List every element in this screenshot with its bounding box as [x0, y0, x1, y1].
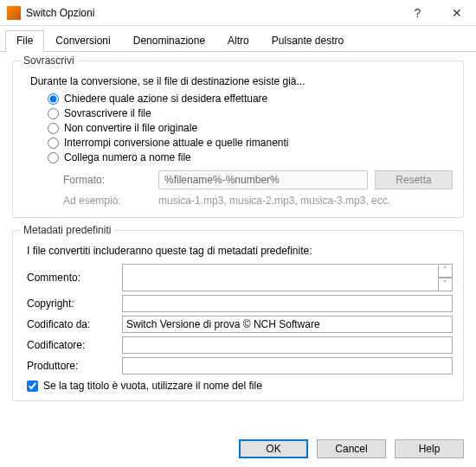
radio-ask[interactable]: Chiedere quale azione si desidera effett…: [48, 93, 453, 105]
radio-ask-label: Chiedere quale azione si desidera effett…: [64, 93, 267, 105]
cancel-button[interactable]: Cancel: [317, 439, 386, 458]
radio-stop[interactable]: Interrompi conversione attuale e quelle …: [48, 137, 453, 149]
radio-skip[interactable]: Non convertire il file originale: [48, 122, 453, 134]
titlebar: Switch Opzioni ? ✕: [0, 0, 476, 26]
radio-overwrite[interactable]: Sovrascrivere il file: [48, 107, 453, 119]
metadata-legend: Metadati predefiniti: [20, 224, 114, 236]
comment-row: Commento: ˄˅: [23, 264, 453, 291]
tab-denominazione[interactable]: Denominazione: [122, 30, 216, 52]
help-button[interactable]: ?: [398, 0, 437, 26]
encoded-by-row: Codificato da:: [23, 316, 453, 333]
metadata-intro: I file convertiti includeranno queste ta…: [27, 245, 453, 257]
scroll-up-icon[interactable]: ˄: [439, 264, 453, 278]
ok-button[interactable]: OK: [239, 439, 308, 458]
overwrite-legend: Sovrascrivi: [20, 54, 78, 67]
tab-altro[interactable]: Altro: [216, 30, 261, 52]
copyright-input[interactable]: [122, 295, 453, 312]
tab-content: Sovrascrivi Durante la conversione, se i…: [0, 52, 476, 422]
title-checkbox-row[interactable]: Se la tag titolo è vuota, utilizzare il …: [27, 380, 453, 392]
copyright-row: Copyright:: [23, 295, 453, 312]
window-title: Switch Opzioni: [26, 7, 398, 19]
encoder-label: Codificatore:: [27, 339, 122, 351]
encoded-by-input[interactable]: [122, 316, 453, 333]
tab-pulsante-destro[interactable]: Pulsante destro: [261, 30, 355, 52]
format-row: Formato: Resetta: [63, 170, 453, 189]
encoded-by-label: Codificato da:: [27, 318, 122, 330]
producer-input[interactable]: [122, 357, 453, 374]
metadata-group: Metadati predefiniti I file convertiti i…: [12, 230, 464, 401]
title-checkbox[interactable]: [27, 381, 38, 392]
comment-label: Commento:: [27, 272, 122, 284]
tab-bar: File Conversioni Denominazione Altro Pul…: [0, 29, 476, 52]
encoder-input[interactable]: [122, 336, 453, 354]
encoder-row: Codificatore:: [23, 336, 453, 354]
copyright-label: Copyright:: [27, 297, 122, 310]
radio-stop-label: Interrompi conversione attuale e quelle …: [64, 137, 288, 149]
radio-append-number[interactable]: Collega numero a nome file: [48, 151, 453, 163]
title-checkbox-label: Se la tag titolo è vuota, utilizzare il …: [43, 380, 262, 392]
radio-stop-input[interactable]: [48, 138, 59, 149]
format-input[interactable]: [158, 170, 368, 189]
example-label: Ad esempio:: [63, 195, 158, 207]
producer-label: Produttore:: [27, 360, 122, 372]
scroll-down-icon[interactable]: ˅: [439, 278, 453, 291]
overwrite-group: Sovrascrivi Durante la conversione, se i…: [12, 61, 464, 218]
radio-overwrite-label: Sovrascrivere il file: [64, 107, 151, 119]
help-footer-button[interactable]: Help: [395, 439, 464, 458]
radio-append-number-input[interactable]: [48, 152, 59, 163]
reset-button[interactable]: Resetta: [375, 170, 453, 189]
format-label: Formato:: [63, 174, 158, 186]
dialog-footer: OK Cancel Help: [239, 439, 464, 458]
radio-ask-input[interactable]: [48, 93, 59, 105]
overwrite-intro: Durante la conversione, se il file di de…: [30, 75, 453, 87]
app-icon: [7, 6, 21, 20]
comment-scroll[interactable]: ˄˅: [439, 264, 453, 291]
tab-conversioni[interactable]: Conversioni: [44, 30, 121, 52]
example-row: Ad esempio: musica-1.mp3, musica-2.mp3, …: [63, 195, 453, 207]
radio-append-number-label: Collega numero a nome file: [64, 151, 191, 163]
radio-skip-label: Non convertire il file originale: [64, 122, 197, 134]
radio-skip-input[interactable]: [48, 123, 59, 134]
close-button[interactable]: ✕: [437, 0, 476, 26]
comment-input[interactable]: [122, 264, 439, 291]
example-value: musica-1.mp3, musica-2.mp3, musica-3.mp3…: [158, 195, 390, 207]
producer-row: Produttore:: [23, 357, 453, 374]
tab-file[interactable]: File: [5, 30, 44, 52]
radio-overwrite-input[interactable]: [48, 108, 59, 119]
